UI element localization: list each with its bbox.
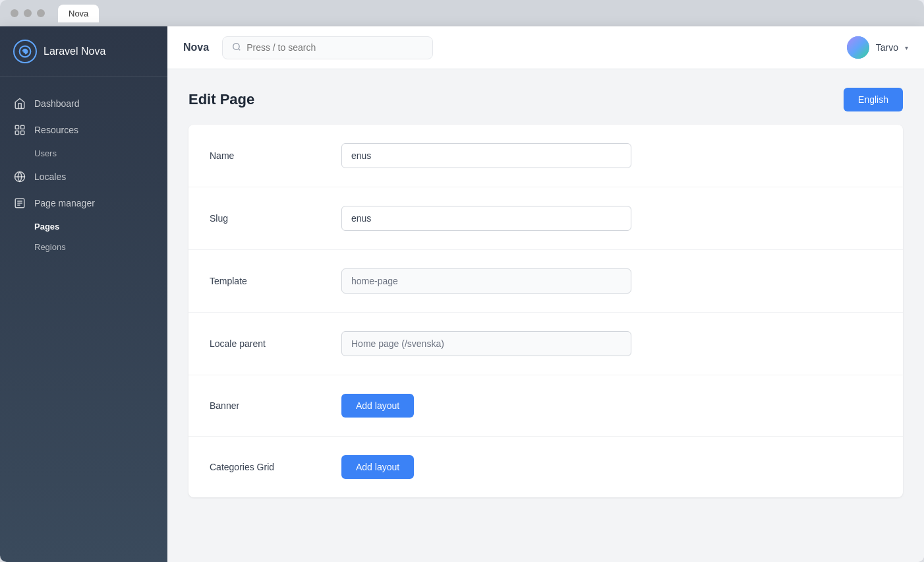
avatar <box>847 36 869 59</box>
banner-add-layout-button[interactable]: Add layout <box>341 394 414 418</box>
sidebar-item-page-manager[interactable]: Page manager <box>0 190 167 216</box>
svg-rect-1 <box>15 125 18 129</box>
user-area[interactable]: Tarvo ▾ <box>847 36 908 59</box>
search-input[interactable] <box>246 42 423 53</box>
slug-input[interactable] <box>341 206 631 231</box>
avatar-image <box>847 36 869 59</box>
chevron-down-icon: ▾ <box>905 44 908 51</box>
browser-dot-red <box>11 9 18 17</box>
svg-point-11 <box>233 43 239 49</box>
header: Nova Tarvo ▾ <box>167 26 924 69</box>
svg-rect-3 <box>15 131 18 135</box>
locale-parent-input[interactable] <box>341 331 631 356</box>
form-row-categories-grid: Categories Grid Add layout <box>188 437 903 497</box>
sidebar-item-regions[interactable]: Regions <box>0 237 167 257</box>
sidebar-item-locales-label: Locales <box>34 172 66 182</box>
form-row-template: Template <box>188 250 903 313</box>
categories-grid-add-layout-button[interactable]: Add layout <box>341 455 414 479</box>
sidebar-item-page-manager-label: Page manager <box>34 198 95 208</box>
form-label-name: Name <box>210 150 341 161</box>
sidebar-item-resources[interactable]: Resources <box>0 117 167 143</box>
logo-icon <box>13 40 37 63</box>
form-row-locale-parent: Locale parent <box>188 313 903 375</box>
name-input[interactable] <box>341 143 631 168</box>
sidebar-logo-text: Laravel Nova <box>43 46 105 57</box>
home-icon <box>13 97 26 110</box>
browser-dot-yellow <box>24 9 32 17</box>
page-title: Edit Page <box>188 91 254 108</box>
form-label-locale-parent: Locale parent <box>210 338 341 349</box>
sidebar-item-dashboard[interactable]: Dashboard <box>0 90 167 117</box>
header-nova-label: Nova <box>183 42 209 53</box>
form-row-banner: Banner Add layout <box>188 375 903 437</box>
svg-point-0 <box>24 50 26 52</box>
browser-dot-green <box>37 9 45 17</box>
globe-icon <box>13 170 26 183</box>
sidebar-item-pages-label: Pages <box>34 222 59 232</box>
svg-line-12 <box>239 48 241 50</box>
main-area: Nova Tarvo ▾ <box>167 26 924 562</box>
template-input[interactable] <box>341 268 631 294</box>
resources-icon <box>13 123 26 137</box>
sidebar-item-users-label: Users <box>34 148 57 158</box>
content-area: Edit Page English Name Slug Template <box>167 69 924 562</box>
sidebar: Laravel Nova Dashboard <box>0 26 167 562</box>
form-label-slug: Slug <box>210 213 341 224</box>
form-label-template: Template <box>210 276 341 286</box>
sidebar-item-locales[interactable]: Locales <box>0 164 167 190</box>
language-button[interactable]: English <box>844 88 903 111</box>
search-bar[interactable] <box>222 36 433 59</box>
svg-rect-4 <box>21 131 24 135</box>
form-row-name: Name <box>188 125 903 187</box>
form-row-slug: Slug <box>188 187 903 250</box>
sidebar-item-pages[interactable]: Pages <box>0 216 167 237</box>
user-name: Tarvo <box>876 42 898 53</box>
sidebar-nav: Dashboard Resources Users <box>0 77 167 562</box>
sidebar-item-resources-label: Resources <box>34 125 78 135</box>
form-card: Name Slug Template Locale parent <box>188 125 903 497</box>
form-label-categories-grid: Categories Grid <box>210 462 341 472</box>
browser-chrome: Nova <box>0 0 924 26</box>
form-label-banner: Banner <box>210 400 341 411</box>
page-header: Edit Page English <box>167 69 924 125</box>
sidebar-item-regions-label: Regions <box>34 242 66 252</box>
search-icon <box>232 42 241 53</box>
page-manager-icon <box>13 197 26 210</box>
app-wrapper: Laravel Nova Dashboard <box>0 26 924 562</box>
sidebar-item-dashboard-label: Dashboard <box>34 98 80 109</box>
browser-tab[interactable]: Nova <box>58 5 99 22</box>
sidebar-item-users[interactable]: Users <box>0 143 167 164</box>
svg-rect-2 <box>21 125 24 129</box>
sidebar-logo: Laravel Nova <box>0 26 167 77</box>
